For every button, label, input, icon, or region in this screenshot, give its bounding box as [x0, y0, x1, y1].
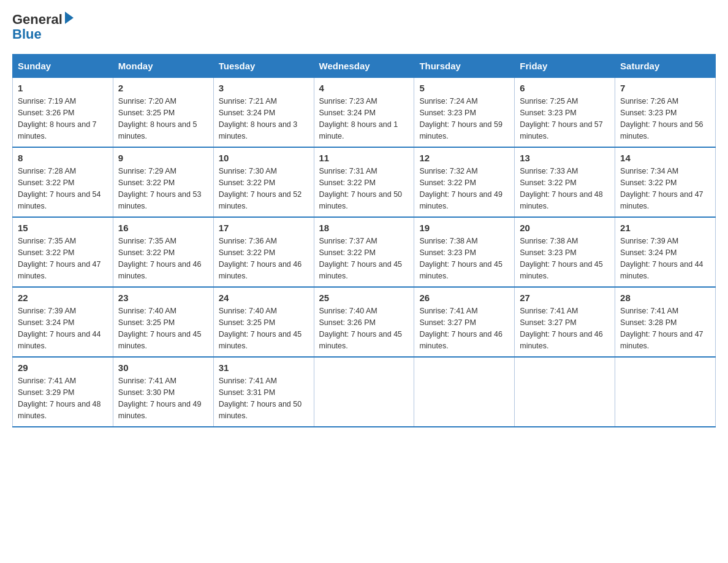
weekday-header-tuesday: Tuesday [213, 55, 314, 78]
calendar-cell: 28 Sunrise: 7:41 AM Sunset: 3:28 PM Dayl… [615, 287, 716, 357]
day-number: 25 [319, 293, 409, 303]
calendar-week-row: 22 Sunrise: 7:39 AM Sunset: 3:24 PM Dayl… [13, 287, 716, 357]
calendar-cell: 14 Sunrise: 7:34 AM Sunset: 3:22 PM Dayl… [615, 147, 716, 217]
calendar-cell: 3 Sunrise: 7:21 AM Sunset: 3:24 PM Dayli… [213, 78, 314, 148]
logo-arrow-icon [65, 12, 74, 24]
calendar-cell: 5 Sunrise: 7:24 AM Sunset: 3:23 PM Dayli… [414, 78, 515, 148]
day-number: 27 [520, 293, 610, 303]
calendar-table: SundayMondayTuesdayWednesdayThursdayFrid… [12, 54, 716, 427]
day-info: Sunrise: 7:25 AM Sunset: 3:23 PM Dayligh… [520, 96, 610, 142]
day-info: Sunrise: 7:41 AM Sunset: 3:28 PM Dayligh… [620, 305, 710, 351]
day-number: 2 [118, 83, 208, 93]
calendar-cell: 24 Sunrise: 7:40 AM Sunset: 3:25 PM Dayl… [213, 287, 314, 357]
day-info: Sunrise: 7:41 AM Sunset: 3:30 PM Dayligh… [118, 375, 208, 421]
day-number: 10 [219, 153, 309, 163]
calendar-cell: 9 Sunrise: 7:29 AM Sunset: 3:22 PM Dayli… [113, 147, 213, 217]
day-number: 12 [419, 153, 509, 163]
day-info: Sunrise: 7:29 AM Sunset: 3:22 PM Dayligh… [118, 166, 208, 212]
day-number: 19 [419, 223, 509, 233]
calendar-cell: 18 Sunrise: 7:37 AM Sunset: 3:22 PM Dayl… [314, 217, 414, 287]
day-info: Sunrise: 7:40 AM Sunset: 3:26 PM Dayligh… [319, 305, 409, 351]
day-info: Sunrise: 7:36 AM Sunset: 3:22 PM Dayligh… [219, 236, 309, 282]
day-info: Sunrise: 7:39 AM Sunset: 3:24 PM Dayligh… [18, 305, 108, 351]
day-info: Sunrise: 7:39 AM Sunset: 3:24 PM Dayligh… [620, 236, 710, 282]
day-number: 6 [520, 83, 610, 93]
calendar-cell: 7 Sunrise: 7:26 AM Sunset: 3:23 PM Dayli… [615, 78, 716, 148]
calendar-cell: 16 Sunrise: 7:35 AM Sunset: 3:22 PM Dayl… [113, 217, 213, 287]
day-info: Sunrise: 7:23 AM Sunset: 3:24 PM Dayligh… [319, 96, 409, 142]
day-number: 16 [118, 223, 208, 233]
calendar-cell: 20 Sunrise: 7:38 AM Sunset: 3:23 PM Dayl… [515, 217, 615, 287]
day-number: 4 [319, 83, 409, 93]
calendar-cell [515, 357, 615, 427]
day-number: 11 [319, 153, 409, 163]
weekday-header-friday: Friday [515, 55, 615, 78]
day-number: 8 [18, 153, 108, 163]
day-info: Sunrise: 7:40 AM Sunset: 3:25 PM Dayligh… [219, 305, 309, 351]
calendar-cell: 10 Sunrise: 7:30 AM Sunset: 3:22 PM Dayl… [213, 147, 314, 217]
day-info: Sunrise: 7:32 AM Sunset: 3:22 PM Dayligh… [419, 166, 509, 212]
day-number: 20 [520, 223, 610, 233]
calendar-cell: 25 Sunrise: 7:40 AM Sunset: 3:26 PM Dayl… [314, 287, 414, 357]
day-info: Sunrise: 7:21 AM Sunset: 3:24 PM Dayligh… [219, 96, 309, 142]
day-info: Sunrise: 7:33 AM Sunset: 3:22 PM Dayligh… [520, 166, 610, 212]
calendar-cell: 1 Sunrise: 7:19 AM Sunset: 3:26 PM Dayli… [13, 78, 113, 148]
calendar-cell: 12 Sunrise: 7:32 AM Sunset: 3:22 PM Dayl… [414, 147, 515, 217]
calendar-cell: 31 Sunrise: 7:41 AM Sunset: 3:31 PM Dayl… [213, 357, 314, 427]
day-info: Sunrise: 7:38 AM Sunset: 3:23 PM Dayligh… [520, 236, 610, 282]
day-number: 24 [219, 293, 309, 303]
calendar-cell: 8 Sunrise: 7:28 AM Sunset: 3:22 PM Dayli… [13, 147, 113, 217]
calendar-cell: 23 Sunrise: 7:40 AM Sunset: 3:25 PM Dayl… [113, 287, 213, 357]
calendar-cell: 11 Sunrise: 7:31 AM Sunset: 3:22 PM Dayl… [314, 147, 414, 217]
day-number: 30 [118, 362, 208, 373]
day-info: Sunrise: 7:19 AM Sunset: 3:26 PM Dayligh… [18, 96, 108, 142]
day-number: 17 [219, 223, 309, 233]
calendar-cell: 27 Sunrise: 7:41 AM Sunset: 3:27 PM Dayl… [515, 287, 615, 357]
calendar-week-row: 15 Sunrise: 7:35 AM Sunset: 3:22 PM Dayl… [13, 217, 716, 287]
day-info: Sunrise: 7:35 AM Sunset: 3:22 PM Dayligh… [18, 236, 108, 282]
calendar-cell: 13 Sunrise: 7:33 AM Sunset: 3:22 PM Dayl… [515, 147, 615, 217]
day-number: 22 [18, 293, 108, 303]
day-number: 29 [18, 362, 108, 373]
day-info: Sunrise: 7:35 AM Sunset: 3:22 PM Dayligh… [118, 236, 208, 282]
calendar-cell [615, 357, 716, 427]
calendar-cell: 21 Sunrise: 7:39 AM Sunset: 3:24 PM Dayl… [615, 217, 716, 287]
day-number: 26 [419, 293, 509, 303]
calendar-cell [314, 357, 414, 427]
day-number: 23 [118, 293, 208, 303]
calendar-week-row: 1 Sunrise: 7:19 AM Sunset: 3:26 PM Dayli… [13, 78, 716, 148]
calendar-cell: 19 Sunrise: 7:38 AM Sunset: 3:23 PM Dayl… [414, 217, 515, 287]
calendar-cell: 29 Sunrise: 7:41 AM Sunset: 3:29 PM Dayl… [13, 357, 113, 427]
day-info: Sunrise: 7:41 AM Sunset: 3:27 PM Dayligh… [520, 305, 610, 351]
calendar-cell: 15 Sunrise: 7:35 AM Sunset: 3:22 PM Dayl… [13, 217, 113, 287]
day-number: 18 [319, 223, 409, 233]
calendar-cell: 17 Sunrise: 7:36 AM Sunset: 3:22 PM Dayl… [213, 217, 314, 287]
day-info: Sunrise: 7:31 AM Sunset: 3:22 PM Dayligh… [319, 166, 409, 212]
weekday-header-sunday: Sunday [13, 55, 113, 78]
day-number: 13 [520, 153, 610, 163]
day-info: Sunrise: 7:41 AM Sunset: 3:27 PM Dayligh… [419, 305, 509, 351]
day-info: Sunrise: 7:38 AM Sunset: 3:23 PM Dayligh… [419, 236, 509, 282]
calendar-week-row: 8 Sunrise: 7:28 AM Sunset: 3:22 PM Dayli… [13, 147, 716, 217]
page-header: General Blue [12, 12, 716, 42]
calendar-cell [414, 357, 515, 427]
weekday-header-monday: Monday [113, 55, 213, 78]
day-number: 31 [219, 362, 309, 373]
day-info: Sunrise: 7:20 AM Sunset: 3:25 PM Dayligh… [118, 96, 208, 142]
weekday-header-wednesday: Wednesday [314, 55, 414, 78]
calendar-cell: 4 Sunrise: 7:23 AM Sunset: 3:24 PM Dayli… [314, 78, 414, 148]
logo-general: General [12, 12, 63, 27]
calendar-cell: 6 Sunrise: 7:25 AM Sunset: 3:23 PM Dayli… [515, 78, 615, 148]
day-number: 21 [620, 223, 710, 233]
calendar-cell: 26 Sunrise: 7:41 AM Sunset: 3:27 PM Dayl… [414, 287, 515, 357]
day-info: Sunrise: 7:40 AM Sunset: 3:25 PM Dayligh… [118, 305, 208, 351]
day-info: Sunrise: 7:28 AM Sunset: 3:22 PM Dayligh… [18, 166, 108, 212]
day-number: 28 [620, 293, 710, 303]
weekday-header-saturday: Saturday [615, 55, 716, 78]
day-number: 14 [620, 153, 710, 163]
calendar-cell: 30 Sunrise: 7:41 AM Sunset: 3:30 PM Dayl… [113, 357, 213, 427]
day-info: Sunrise: 7:41 AM Sunset: 3:29 PM Dayligh… [18, 375, 108, 421]
calendar-cell: 22 Sunrise: 7:39 AM Sunset: 3:24 PM Dayl… [13, 287, 113, 357]
logo-blue: Blue [12, 27, 42, 42]
day-info: Sunrise: 7:34 AM Sunset: 3:22 PM Dayligh… [620, 166, 710, 212]
